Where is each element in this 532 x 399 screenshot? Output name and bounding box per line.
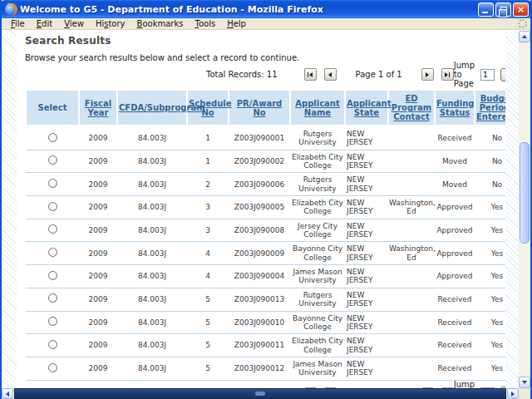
minimize-button[interactable] <box>478 2 494 17</box>
cell-applicant-name: Rutgers University <box>290 173 345 196</box>
cell-select <box>26 242 79 265</box>
pager-controls: Page 1 of 1 <box>304 387 454 388</box>
jump-to-page-input[interactable] <box>480 387 495 388</box>
table-row: 200984.003J2Z003J090006Rutgers Universit… <box>26 173 505 196</box>
cell-select <box>26 150 79 173</box>
first-page-button[interactable] <box>304 68 317 81</box>
page-title: Search Results <box>25 35 502 47</box>
next-page-button[interactable] <box>421 387 434 388</box>
first-page-button[interactable] <box>304 387 317 388</box>
jump-to-page-input[interactable] <box>480 69 495 81</box>
select-radio[interactable] <box>48 155 57 165</box>
menu-edit[interactable]: Edit <box>31 19 58 28</box>
page-indicator: Page 1 of 1 <box>356 70 402 79</box>
scroll-left-button[interactable] <box>2 388 13 399</box>
cell-funding-status: Received <box>435 357 475 380</box>
vertical-scrollbar[interactable] <box>519 31 530 388</box>
cell-schedule-no: 5 <box>187 288 229 311</box>
cell-applicant-state: NEW JERSEY <box>345 242 388 265</box>
scroll-up-button[interactable] <box>519 31 530 42</box>
scroll-right-button[interactable] <box>507 388 519 399</box>
arrow-left-icon <box>6 392 9 397</box>
cell-schedule-no: 4 <box>187 242 229 265</box>
select-radio[interactable] <box>48 293 57 303</box>
table-header-row: SelectFiscal YearCFDA/SubprogramSchedule… <box>26 90 505 126</box>
menu-file[interactable]: File <box>5 19 31 28</box>
cell-select <box>26 173 79 196</box>
previous-page-button[interactable] <box>324 387 337 388</box>
close-button[interactable]: × <box>513 2 529 17</box>
search-results-table: SelectFiscal YearCFDA/SubprogramSchedule… <box>25 89 505 381</box>
menu-help[interactable]: Help <box>221 19 252 28</box>
thumb-grip <box>255 392 265 396</box>
menu-history[interactable]: History <box>90 19 131 28</box>
select-radio[interactable] <box>48 317 57 326</box>
last-page-button[interactable] <box>441 68 454 81</box>
cell-schedule-no: 5 <box>187 311 229 334</box>
cell-schedule-no: 5 <box>187 334 229 357</box>
last-page-button[interactable] <box>441 387 454 388</box>
cell-fiscal-year: 2009 <box>79 126 117 150</box>
cell-pr-award-no: Z003J090008 <box>229 219 290 242</box>
table-row: 200984.003J4Z003J090009Bayonne City Coll… <box>26 242 505 265</box>
restore-button[interactable] <box>495 2 511 17</box>
cell-cfda-subprogram: 84.003J <box>117 357 187 380</box>
jump-to-page-label: Jump to Page <box>454 61 475 88</box>
cell-cfda-subprogram: 84.003J <box>117 173 187 196</box>
cell-applicant-name: Jersey City College <box>290 219 345 242</box>
cell-applicant-name: Bayonne City College <box>290 242 345 265</box>
column-header-budget-periods-entered[interactable]: Budget Periods Entered? <box>475 90 505 126</box>
select-radio[interactable] <box>48 133 57 142</box>
column-header-ed-program-contact[interactable]: ED Program Contact <box>388 90 435 126</box>
column-header-fiscal-year[interactable]: Fiscal Year <box>79 90 117 126</box>
cell-fiscal-year: 2009 <box>79 150 117 173</box>
go-button[interactable]: Go <box>500 387 505 388</box>
next-page-button[interactable] <box>421 68 434 81</box>
cell-budget-periods-entered: Yes <box>475 311 505 334</box>
select-radio[interactable] <box>48 271 57 280</box>
cell-applicant-name: Elizabeth City College <box>290 150 345 173</box>
pagination-top: Total Records: 11 Page 1 of 1 Jump to Pa… <box>25 62 502 86</box>
cell-ed-program-contact <box>388 334 435 357</box>
select-radio[interactable] <box>48 248 57 257</box>
cell-funding-status: Received <box>435 126 475 150</box>
select-radio[interactable] <box>48 202 57 211</box>
cell-pr-award-no: Z003J090001 <box>229 126 290 150</box>
cell-select <box>26 357 79 380</box>
previous-page-button[interactable] <box>324 68 337 81</box>
select-radio[interactable] <box>48 340 57 349</box>
menu-view[interactable]: View <box>58 19 90 28</box>
horizontal-scroll-thumb[interactable] <box>14 388 506 399</box>
column-header-applicant-name[interactable]: Applicant Name <box>290 90 345 126</box>
arrow-up-icon <box>522 35 527 38</box>
menu-bookmarks[interactable]: Bookmarks <box>131 19 190 28</box>
left-margin-stripe <box>2 31 17 388</box>
window-controls: × <box>478 2 529 17</box>
select-radio[interactable] <box>48 179 57 188</box>
select-radio[interactable] <box>48 363 57 372</box>
scroll-down-button[interactable] <box>519 377 530 388</box>
resize-corner[interactable] <box>519 388 530 399</box>
cell-select <box>26 126 79 150</box>
cell-schedule-no: 3 <box>187 196 229 219</box>
table-row: 200984.003J3Z003J090005Elizabeth City Co… <box>26 196 505 219</box>
horizontal-scrollbar[interactable] <box>2 388 519 399</box>
column-header-pr-award-no[interactable]: PR/Award No <box>229 90 290 126</box>
cell-applicant-state: NEW JERSEY <box>345 150 388 173</box>
cell-applicant-name: James Mason University <box>290 265 345 288</box>
cell-budget-periods-entered: Yes <box>475 357 505 380</box>
jump-to-page-group: Jump to Page Go <box>454 380 505 388</box>
cell-pr-award-no: Z003J090004 <box>229 265 290 288</box>
pager-controls: Page 1 of 1 <box>304 68 454 81</box>
column-header-select: Select <box>26 90 79 126</box>
column-header-funding-status[interactable]: Funding Status <box>435 90 475 126</box>
menu-tools[interactable]: Tools <box>189 19 221 28</box>
column-header-cfda-subprogram[interactable]: CFDA/Subprogram <box>117 90 187 126</box>
cell-fiscal-year: 2009 <box>79 196 117 219</box>
go-button[interactable]: Go <box>500 68 505 81</box>
table-row: 200984.003J5Z003J090010Bayonne City Coll… <box>26 311 505 334</box>
column-header-applicant-state[interactable]: Applicant State <box>345 90 388 126</box>
vertical-scroll-thumb[interactable] <box>520 142 530 244</box>
select-radio[interactable] <box>48 224 57 234</box>
cell-budget-periods-entered: Yes <box>475 219 505 242</box>
